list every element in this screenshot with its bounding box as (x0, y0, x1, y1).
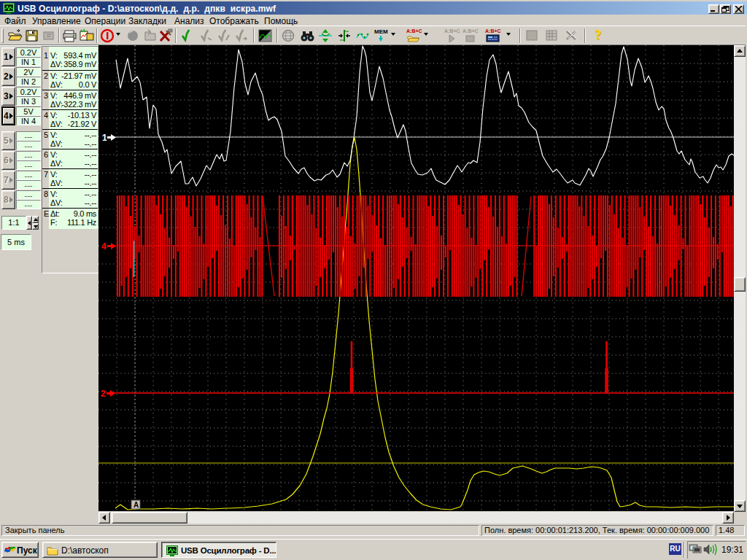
svg-text:A: A (133, 501, 139, 509)
svg-text:A:B+C: A:B+C (406, 28, 422, 34)
svg-text:4: 4 (101, 241, 107, 252)
svg-text:2: 2 (101, 389, 106, 399)
svg-text:A:B+C: A:B+C (485, 28, 501, 34)
svg-text:MEM: MEM (374, 28, 388, 35)
svg-text:A:B+C: A:B+C (444, 28, 460, 34)
svg-text:1: 1 (102, 133, 107, 143)
svg-text:A:B+C: A:B+C (462, 28, 479, 34)
svg-text:19:31: 19:31 (721, 545, 743, 555)
svg-text:?: ? (595, 28, 601, 42)
